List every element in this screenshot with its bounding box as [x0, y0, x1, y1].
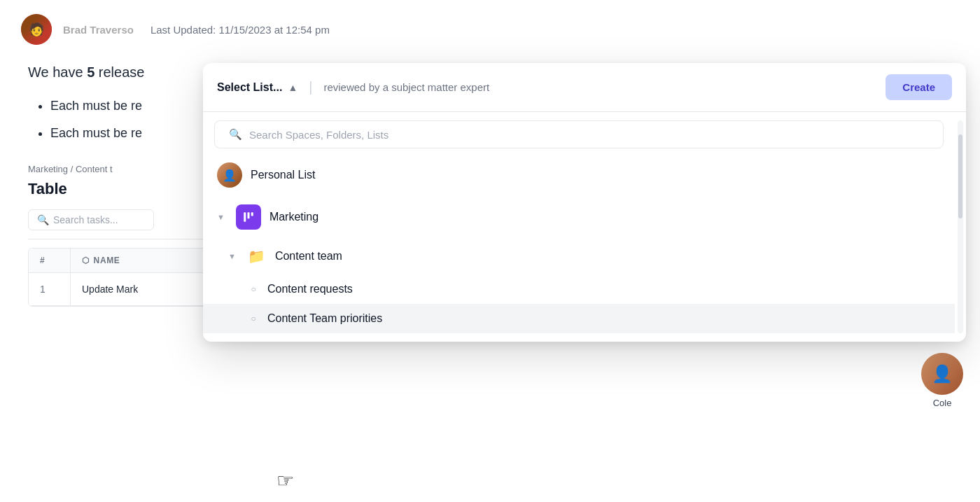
collapse-arrow-marketing: ▼ — [217, 213, 225, 221]
col-hash: # — [29, 249, 71, 272]
main-text-suffix: release — [94, 64, 144, 80]
cole-name: Cole — [933, 398, 952, 408]
user-name: Brad Traverso — [63, 24, 134, 36]
svg-rect-1 — [247, 212, 249, 218]
cole-photo: 👤 — [921, 353, 963, 395]
list-item-personal[interactable]: 👤 Personal List — [203, 154, 955, 196]
marketing-label: Marketing — [270, 211, 318, 223]
dropdown-search-box[interactable]: 🔍 Search Spaces, Folders, Lists — [214, 120, 944, 148]
list-item-marketing[interactable]: ▼ Marketing — [203, 196, 955, 238]
dropdown-header: Select List... ▲ | reviewed by a subject… — [203, 63, 966, 112]
list-icon-priorities: ○ — [248, 313, 259, 324]
search-tasks-input[interactable]: 🔍 Search tasks... — [28, 209, 154, 230]
personal-avatar: 👤 — [217, 162, 242, 188]
search-placeholder: Search Spaces, Folders, Lists — [249, 129, 388, 141]
main-text-prefix: We have — [28, 64, 87, 80]
header-row: 🧑 Brad Traverso Last Updated: 11/15/2023… — [21, 14, 959, 45]
select-list-dropdown: Select List... ▲ | reviewed by a subject… — [203, 63, 966, 342]
select-list-label: Select List... — [217, 81, 282, 94]
content-team-label: Content team — [275, 250, 342, 263]
folder-icon: 📁 — [247, 246, 267, 266]
select-list-button[interactable]: Select List... ▲ — [217, 81, 298, 94]
chevron-up-icon: ▲ — [288, 82, 298, 93]
scrollbar-thumb — [958, 134, 962, 218]
content-requests-label: Content requests — [267, 283, 353, 295]
name-col-icon: ⬡ — [82, 256, 90, 265]
dropdown-subtitle: reviewed by a subject matter expert — [323, 81, 877, 93]
dropdown-list: 🔍 Search Spaces, Folders, Lists 👤 Person… — [203, 112, 955, 342]
cole-avatar-container: 👤 Cole — [904, 350, 980, 410]
list-item-content-team-priorities[interactable]: ○ Content Team priorities — [203, 304, 955, 333]
personal-list-label: Personal List — [251, 169, 316, 181]
search-tasks-placeholder: Search tasks... — [53, 214, 118, 225]
dropdown-body: 🔍 Search Spaces, Folders, Lists 👤 Person… — [203, 112, 966, 342]
search-icon: 🔍 — [37, 214, 49, 225]
list-item-content-team[interactable]: ▼ 📁 Content team — [203, 238, 955, 274]
svg-rect-2 — [251, 212, 253, 216]
marketing-space-icon — [236, 204, 261, 230]
list-item-content-requests[interactable]: ○ Content requests — [203, 274, 955, 304]
collapse-arrow-content-team: ▼ — [228, 252, 236, 260]
list-icon-requests: ○ — [248, 284, 259, 295]
main-text-bold: 5 — [87, 64, 94, 80]
row1-hash: 1 — [29, 273, 71, 305]
svg-rect-0 — [244, 212, 246, 222]
create-button[interactable]: Create — [886, 74, 952, 100]
last-updated-text: Last Updated: 11/15/2023 at 12:54 pm — [150, 24, 330, 36]
avatar: 🧑 — [21, 14, 52, 45]
content-team-priorities-label: Content Team priorities — [267, 312, 382, 325]
search-icon: 🔍 — [229, 128, 242, 141]
user-avatar-img: 🧑 — [21, 14, 52, 45]
dropdown-scrollbar[interactable] — [958, 120, 963, 333]
divider: | — [309, 79, 312, 95]
